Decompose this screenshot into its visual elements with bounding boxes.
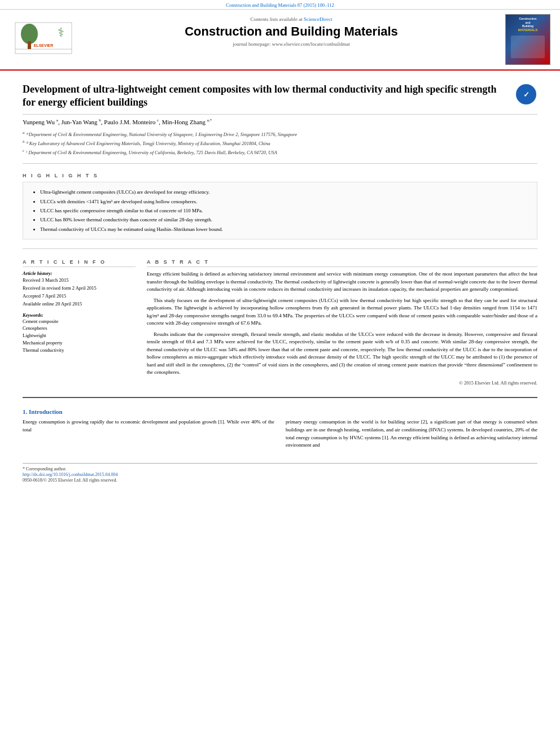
intro-para-left: Energy consumption is growing rapidly du… bbox=[23, 418, 274, 434]
intro-right-col: primary energy consumption in the world … bbox=[286, 418, 537, 453]
introduction-section: 1. Introduction Energy consumption is gr… bbox=[23, 404, 537, 458]
article-title: Development of ultra-lightweight cement … bbox=[23, 83, 509, 110]
svg-text:⚕: ⚕ bbox=[58, 25, 64, 40]
elsevier-logo-icon: ELSEVIER ⚕ bbox=[12, 20, 75, 59]
journal-title: Construction and Building Materials bbox=[86, 24, 497, 39]
article-info-col: A R T I C L E I N F O Article history: R… bbox=[23, 259, 135, 386]
intro-right-text: primary energy consumption in the world … bbox=[286, 418, 537, 450]
abstract-para-1: Energy efficient building is defined as … bbox=[147, 270, 537, 294]
journal-homepage: journal homepage: www.elsevier.com/locat… bbox=[86, 41, 497, 47]
keyword-3: Lightweight bbox=[23, 332, 135, 339]
highlight-item: ULCCs with densities <1471 kg/m³ are dev… bbox=[40, 198, 529, 206]
crossmark-icon: ✓ bbox=[516, 84, 536, 104]
svg-text:✓: ✓ bbox=[523, 90, 530, 99]
divider-2 bbox=[23, 248, 537, 249]
svg-rect-2 bbox=[28, 41, 31, 49]
affiliations-section: a ᵃ Department of Civil & Environmental … bbox=[23, 127, 537, 159]
intro-heading: 1. Introduction bbox=[23, 408, 537, 415]
intro-body: Energy consumption is growing rapidly du… bbox=[23, 418, 537, 453]
keywords-label: Keywords: bbox=[23, 312, 135, 318]
revised-date: Received in revised form 2 April 2015 bbox=[23, 285, 135, 292]
main-content: Development of ultra-lightweight cement … bbox=[0, 71, 560, 489]
svg-point-1 bbox=[21, 24, 38, 44]
article-info-title: A R T I C L E I N F O bbox=[23, 259, 135, 267]
keyword-2: Cenospheres bbox=[23, 325, 135, 332]
available-date: Available online 20 April 2015 bbox=[23, 301, 135, 308]
abstract-para-3: Results indicate that the compressive st… bbox=[147, 331, 537, 377]
divider-1 bbox=[23, 163, 537, 164]
svg-text:ELSEVIER: ELSEVIER bbox=[34, 43, 54, 47]
highlights-section: H I G H L I G H T S Ultra-lightweight ce… bbox=[23, 168, 537, 244]
intro-para-right: primary energy consumption in the world … bbox=[286, 418, 537, 450]
journal-cover-section: ConstructionandBuildingMATERIALS bbox=[502, 14, 553, 65]
intro-left-col: Energy consumption is growing rapidly du… bbox=[23, 418, 274, 453]
abstract-text: Energy efficient building is defined as … bbox=[147, 270, 537, 377]
journal-header: ELSEVIER ⚕ Contents lists available at S… bbox=[0, 10, 560, 71]
citation-text: Construction and Building Materials 87 (… bbox=[226, 2, 334, 8]
abstract-para-2: This study focuses on the development of… bbox=[147, 297, 537, 327]
highlights-list: Ultra-lightweight cement composites (ULC… bbox=[31, 188, 529, 233]
intro-left-text: Energy consumption is growing rapidly du… bbox=[23, 418, 274, 434]
history-label: Article history: bbox=[23, 270, 135, 276]
sciencedirect-link[interactable]: ScienceDirect bbox=[304, 16, 332, 22]
highlights-box: Ultra-lightweight cement composites (ULC… bbox=[23, 182, 537, 239]
doi-link[interactable]: http://dx.doi.org/10.1016/j.conbuildmat.… bbox=[23, 472, 537, 477]
article-info-abstract: A R T I C L E I N F O Article history: R… bbox=[23, 254, 537, 391]
affiliation-b: b ᵇ Key Laboratory of Advanced Civil Eng… bbox=[23, 139, 537, 147]
keywords-section: Keywords: Cement composite Cenospheres L… bbox=[23, 312, 135, 354]
authors-line: Yunpeng Wu a, Jun-Yan Wang b, Paulo J.M.… bbox=[23, 115, 537, 128]
highlights-title: H I G H L I G H T S bbox=[23, 173, 537, 178]
received-date: Received 3 March 2015 bbox=[23, 277, 135, 284]
citation-bar: Construction and Building Materials 87 (… bbox=[0, 0, 560, 10]
highlight-item: Ultra-lightweight cement composites (ULC… bbox=[40, 188, 529, 196]
article-title-section: Development of ultra-lightweight cement … bbox=[23, 76, 537, 115]
affiliation-c: c ᶜ Department of Civil & Environmental … bbox=[23, 148, 537, 156]
elsevier-logo-section: ELSEVIER ⚕ bbox=[7, 14, 80, 65]
body-divider bbox=[23, 397, 537, 398]
doi-anchor[interactable]: http://dx.doi.org/10.1016/j.conbuildmat.… bbox=[23, 472, 118, 477]
footnotes-section: * Corresponding author. http://dx.doi.or… bbox=[23, 463, 537, 483]
abstract-title: A B S T R A C T bbox=[147, 259, 537, 267]
keyword-1: Cement composite bbox=[23, 318, 135, 325]
affiliation-a: a ᵃ Department of Civil & Environmental … bbox=[23, 130, 537, 138]
abstract-col: A B S T R A C T Energy efficient buildin… bbox=[147, 259, 537, 386]
highlight-item: ULCC has 80% lower thermal conductivity … bbox=[40, 216, 529, 224]
crossmark-section: ✓ bbox=[515, 83, 537, 106]
accepted-date: Accepted 7 April 2015 bbox=[23, 293, 135, 300]
highlight-item: Thermal conductivity of ULCCs may be est… bbox=[40, 225, 529, 233]
journal-cover-image: ConstructionandBuildingMATERIALS bbox=[505, 14, 550, 65]
issn-line: 0950-0618/© 2015 Elsevier Ltd. All right… bbox=[23, 478, 537, 483]
science-direct-line: Contents lists available at ScienceDirec… bbox=[86, 16, 497, 22]
keyword-4: Mechanical property bbox=[23, 339, 135, 347]
corresponding-author-note: * Corresponding author. bbox=[23, 466, 537, 471]
journal-info-center: Contents lists available at ScienceDirec… bbox=[80, 14, 502, 65]
highlight-item: ULCC has specific compressive strength s… bbox=[40, 207, 529, 215]
keyword-5: Thermal conductivity bbox=[23, 347, 135, 354]
copyright-line: © 2015 Elsevier Ltd. All rights reserved… bbox=[147, 380, 537, 386]
